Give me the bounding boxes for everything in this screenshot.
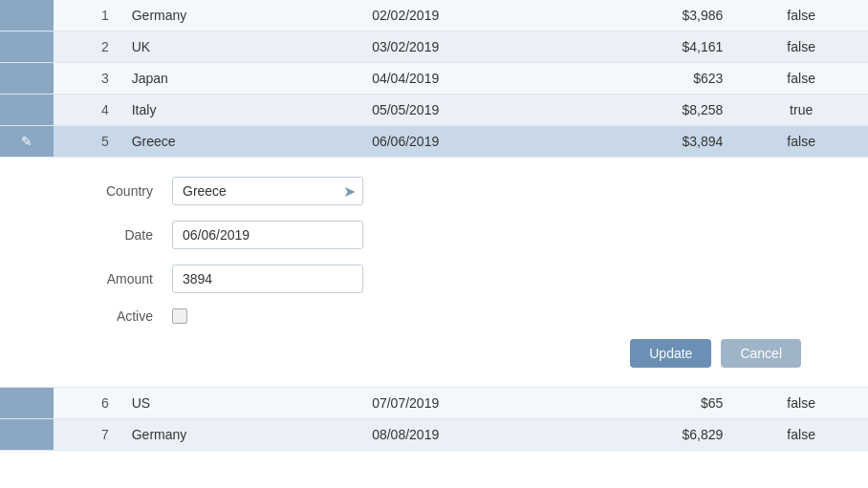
active-checkbox[interactable]	[172, 308, 187, 324]
amount-cell: $65	[575, 388, 735, 419]
active-cell: false	[734, 419, 868, 451]
amount-cell: $6,829	[575, 419, 735, 451]
date-cell: 07/07/2019	[360, 388, 575, 419]
country-cell: US	[120, 388, 360, 419]
amount-cell: $3,986	[575, 0, 735, 32]
row-number: 5	[54, 126, 120, 158]
form-buttons: Update Cancel	[76, 339, 839, 368]
active-cell: false	[734, 63, 868, 95]
active-cell: true	[734, 95, 868, 126]
country-input[interactable]	[172, 177, 363, 205]
active-label: Active	[76, 308, 172, 324]
update-button[interactable]: Update	[630, 339, 711, 368]
edit-form: Country ➤ Date Amount	[0, 158, 868, 387]
country-cell: Japan	[120, 63, 360, 95]
country-arrow-icon[interactable]: ➤	[343, 182, 356, 201]
row-number: 7	[54, 419, 120, 451]
edit-icon-cell: ✎	[0, 126, 54, 158]
amount-input[interactable]	[172, 265, 363, 293]
active-cell: false	[734, 126, 868, 158]
country-label: Country	[76, 183, 172, 199]
country-cell: UK	[120, 32, 360, 63]
amount-cell: $3,894	[575, 126, 735, 158]
edit-form-cell: Country ➤ Date Amount	[0, 158, 868, 388]
amount-row: Amount	[76, 265, 839, 293]
amount-cell: $8,258	[575, 95, 735, 126]
data-table: 1 Germany 02/02/2019 $3,986 false 2 UK 0…	[0, 0, 868, 451]
row-number: 3	[54, 63, 120, 95]
date-cell: 02/02/2019	[360, 0, 575, 32]
amount-cell: $4,161	[575, 32, 735, 63]
active-cell: false	[734, 388, 868, 419]
country-row: Country ➤	[76, 177, 839, 205]
country-cell: Italy	[120, 95, 360, 126]
side-indicator	[0, 32, 54, 63]
country-input-wrapper: ➤	[172, 177, 363, 205]
side-indicator	[0, 388, 54, 419]
amount-cell: $623	[575, 63, 735, 95]
date-row: Date	[76, 221, 839, 249]
side-indicator	[0, 63, 54, 95]
cancel-button[interactable]: Cancel	[721, 339, 801, 368]
active-cell: false	[734, 32, 868, 63]
side-indicator	[0, 95, 54, 126]
main-container: 1 Germany 02/02/2019 $3,986 false 2 UK 0…	[0, 0, 868, 451]
date-cell: 03/02/2019	[360, 32, 575, 63]
side-indicator	[0, 419, 54, 451]
row-number: 1	[54, 0, 120, 32]
country-cell: Germany	[120, 0, 360, 32]
edit-pencil-icon: ✎	[21, 134, 33, 149]
country-cell: Germany	[120, 419, 360, 451]
row-number: 4	[54, 95, 120, 126]
date-input[interactable]	[172, 221, 363, 249]
active-cell: false	[734, 0, 868, 32]
date-cell: 05/05/2019	[360, 95, 575, 126]
date-cell: 06/06/2019	[360, 126, 575, 158]
side-indicator	[0, 0, 54, 32]
amount-label: Amount	[76, 271, 172, 286]
date-label: Date	[76, 227, 172, 243]
date-cell: 04/04/2019	[360, 63, 575, 95]
country-cell: Greece	[120, 126, 360, 158]
date-cell: 08/08/2019	[360, 419, 575, 451]
row-number: 2	[54, 32, 120, 63]
row-number: 6	[54, 388, 120, 419]
active-row: Active	[76, 308, 839, 324]
